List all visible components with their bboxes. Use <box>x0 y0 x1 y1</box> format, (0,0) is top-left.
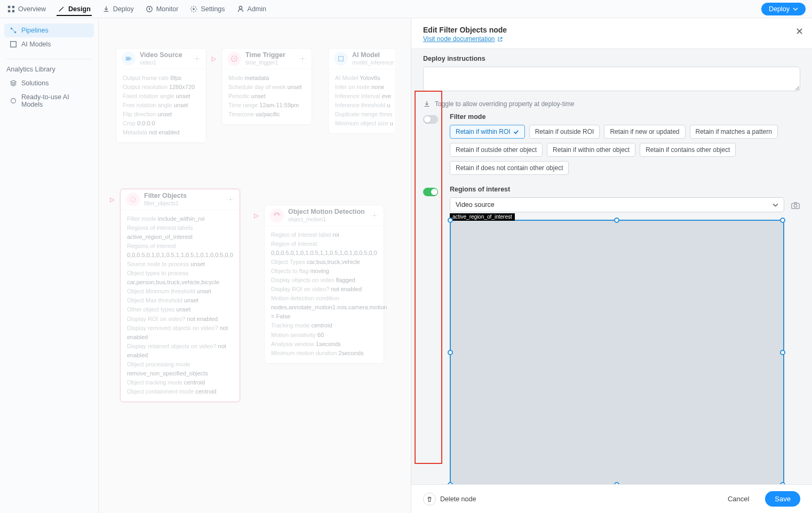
sidebar-label: AI Models <box>21 41 51 48</box>
roi-tag: active_region_of_interest <box>450 213 515 221</box>
tab-label: Admin <box>248 5 266 13</box>
gear-icon <box>190 5 197 13</box>
filter-mode-chip[interactable]: Retain if within ROI <box>450 125 525 139</box>
deploy-instructions-label: Deploy instructions <box>423 55 800 62</box>
filter-mode-label: Filter mode <box>450 113 800 121</box>
svg-rect-1 <box>12 5 14 7</box>
snapshot-button[interactable] <box>791 197 800 210</box>
filter-mode-chip[interactable]: Retain if new or updated <box>604 125 685 139</box>
edit-panel: Edit Filter Objects node Visit node docu… <box>411 18 812 513</box>
svg-rect-3 <box>12 10 14 12</box>
delete-node-button[interactable]: Delete node <box>423 493 476 506</box>
toggle-hint: Toggle to allow overriding property at d… <box>423 100 800 108</box>
models-icon <box>10 41 17 48</box>
svg-rect-0 <box>8 5 10 7</box>
close-button[interactable]: ✕ <box>795 26 803 37</box>
panel-footer: Delete node Cancel Save <box>411 484 812 513</box>
deploy-instructions-input[interactable] <box>423 67 800 91</box>
roi-handle[interactable] <box>448 350 453 355</box>
sidebar-item-pipelines[interactable]: Pipelines <box>4 23 94 37</box>
tab-label: Design <box>68 5 91 13</box>
sidebar-item-solutions[interactable]: Solutions <box>4 76 94 90</box>
deploy-icon <box>102 5 110 13</box>
chevron-down-icon <box>793 6 798 12</box>
svg-point-11 <box>11 99 16 103</box>
filter-mode-chip[interactable]: Retain if does not contain other object <box>450 161 569 175</box>
svg-rect-2 <box>8 10 10 12</box>
cancel-button[interactable]: Cancel <box>718 491 759 507</box>
chevron-down-icon <box>773 202 778 208</box>
deploy-button-label: Deploy <box>769 5 790 13</box>
trash-icon <box>423 493 436 506</box>
roi-select-value: Video source <box>456 201 495 209</box>
sidebar-label: Solutions <box>21 79 49 87</box>
external-link-icon <box>497 36 503 42</box>
roi-handle[interactable] <box>614 218 619 223</box>
roi-handle[interactable] <box>448 218 453 223</box>
svg-point-21 <box>794 204 797 207</box>
roi-handle[interactable] <box>448 482 453 484</box>
filter-mode-chip[interactable]: Retain if outside ROI <box>529 125 600 139</box>
deploy-icon <box>423 100 431 108</box>
filter-mode-chip[interactable]: Retain if matches a pattern <box>690 125 778 139</box>
svg-point-6 <box>193 8 195 10</box>
roi-override-toggle[interactable] <box>423 188 438 196</box>
monitor-icon <box>146 5 153 13</box>
top-tabs: Overview Design Deploy Monitor Settings … <box>0 0 812 18</box>
doc-link[interactable]: Visit node documentation <box>423 35 800 43</box>
tab-overview[interactable]: Overview <box>6 2 47 16</box>
panel-title: Edit Filter Objects node <box>423 26 800 34</box>
tab-label: Overview <box>18 5 46 13</box>
tab-label: Deploy <box>113 5 134 13</box>
svg-rect-10 <box>11 42 17 47</box>
filter-mode-chip[interactable]: Retain if contains other object <box>640 143 736 157</box>
roi-handle[interactable] <box>614 482 619 484</box>
pipelines-icon <box>10 27 17 34</box>
save-button[interactable]: Save <box>765 491 800 507</box>
tab-deploy[interactable]: Deploy <box>101 2 135 16</box>
tab-settings[interactable]: Settings <box>189 2 226 16</box>
tab-design[interactable]: Design <box>57 2 92 16</box>
roi-handle[interactable] <box>780 482 785 484</box>
solutions-icon <box>10 79 17 87</box>
filter-mode-chip[interactable]: Retain if within other object <box>547 143 635 157</box>
deploy-button[interactable]: Deploy <box>761 3 806 15</box>
filter-mode-override-toggle[interactable] <box>423 115 438 124</box>
roi-handle[interactable] <box>780 350 785 355</box>
sidebar-label: Ready-to-use AI Models <box>21 93 89 108</box>
sidebar-section-header: Analytics Library <box>6 59 92 73</box>
tab-label: Settings <box>201 5 225 13</box>
svg-point-7 <box>239 6 242 9</box>
sidebar-label: Pipelines <box>21 27 49 34</box>
ready-models-icon <box>10 97 17 105</box>
sidebar-item-ready-models[interactable]: Ready-to-use AI Models <box>4 90 94 111</box>
roi-handle[interactable] <box>780 218 785 223</box>
roi-label: Regions of interest <box>450 186 800 193</box>
sidebar: Pipelines AI Models Analytics Library So… <box>0 18 99 513</box>
tab-monitor[interactable]: Monitor <box>145 2 180 16</box>
tab-admin[interactable]: Admin <box>236 2 267 16</box>
filter-mode-chip[interactable]: Retain if outside other object <box>450 143 543 157</box>
design-icon <box>58 5 65 13</box>
tab-label: Monitor <box>156 5 179 13</box>
svg-rect-5 <box>149 7 150 10</box>
sidebar-item-aimodels[interactable]: AI Models <box>4 37 94 51</box>
roi-canvas[interactable]: active_region_of_interest <box>450 220 784 484</box>
grid-icon <box>7 5 15 13</box>
panel-header: Edit Filter Objects node Visit node docu… <box>411 18 812 48</box>
admin-icon <box>237 5 244 13</box>
camera-icon <box>791 201 800 210</box>
roi-source-select[interactable]: Video source <box>450 197 784 212</box>
